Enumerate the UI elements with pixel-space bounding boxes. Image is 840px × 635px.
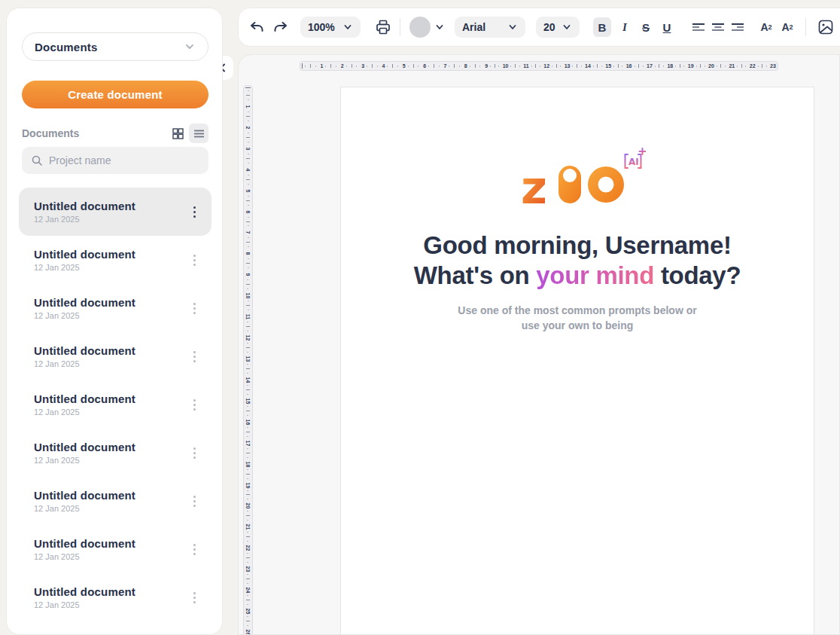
align-center-button[interactable] (709, 17, 727, 37)
subscript-button[interactable]: A2 (778, 17, 796, 37)
document-meta: Untitled document 12 Jan 2025 (34, 489, 186, 513)
document-list-item[interactable]: Untitled document 12 Jan 2025 (19, 477, 212, 525)
align-left-button[interactable] (689, 17, 708, 37)
document-date: 12 Jan 2025 (34, 456, 186, 465)
font-size-value: 20 (543, 21, 555, 33)
print-button[interactable] (374, 17, 392, 37)
horizontal-ruler: 1234567891011121314151617181920212223 (300, 61, 778, 71)
document-title: Untitled document (34, 585, 186, 598)
search-icon (31, 154, 43, 166)
workspace-dropdown-label: Documents (35, 41, 97, 53)
greeting-heading: Good morning, Username! What's on your m… (341, 230, 814, 291)
kebab-menu-icon[interactable] (186, 587, 202, 608)
italic-button[interactable]: I (616, 17, 634, 37)
kebab-menu-icon[interactable] (186, 298, 202, 319)
formatting-toolbar: 100% Arial 20 B I S U (238, 8, 840, 47)
underline-button[interactable]: U (658, 17, 676, 37)
list-view-icon[interactable] (189, 124, 208, 143)
document-title: Untitled document (34, 489, 186, 502)
document-list-item[interactable]: Untitled document 12 Jan 2025 (19, 380, 212, 429)
document-meta: Untitled document 12 Jan 2025 (34, 248, 186, 272)
document-list-item[interactable]: Untitled document 12 Jan 2025 (19, 525, 212, 573)
kebab-menu-icon[interactable] (186, 346, 202, 367)
document-meta: Untitled document 12 Jan 2025 (34, 441, 186, 465)
kebab-menu-icon[interactable] (186, 394, 202, 415)
sidebar: Documents Create document Documents Unti… (6, 8, 223, 635)
zio-logo: z AI (521, 160, 634, 209)
grid-view-icon[interactable] (168, 124, 187, 143)
undo-button[interactable] (248, 17, 266, 37)
svg-text:z: z (521, 161, 547, 209)
document-date: 12 Jan 2025 (34, 600, 186, 609)
document-title: Untitled document (34, 441, 186, 453)
document-meta: Untitled document 12 Jan 2025 (34, 344, 186, 368)
document-list-item[interactable]: Untitled document 12 Jan 2025 (19, 429, 212, 477)
document-title: Untitled document (34, 200, 186, 212)
document-list-item[interactable]: Untitled document 12 Jan 2025 (19, 573, 212, 621)
app-window: Documents Create document Documents Unti… (0, 0, 840, 635)
subtitle-line1: Use one of the most common prompts below… (341, 303, 814, 318)
zio-logo-mark: z (521, 160, 634, 209)
document-list-item[interactable]: Untitled document 12 Jan 2025 (19, 332, 212, 380)
greeting-highlight: your mind (536, 261, 654, 289)
document-list-item[interactable]: Untitled document 12 Jan 2025 (19, 284, 212, 332)
document-list: Untitled document 12 Jan 2025 Untitled d… (19, 188, 212, 621)
kebab-menu-icon[interactable] (186, 539, 202, 560)
align-right-button[interactable] (729, 17, 747, 37)
search-box (22, 147, 208, 174)
document-title: Untitled document (34, 392, 186, 405)
subscript-mark: 2 (790, 23, 793, 31)
ai-badge-icon: AI (622, 148, 646, 173)
greeting-subtitle: Use one of the most common prompts below… (341, 303, 814, 333)
font-family-value: Arial (462, 21, 485, 33)
document-page[interactable]: z AI (340, 87, 814, 635)
kebab-menu-icon[interactable] (186, 490, 202, 511)
font-size-select[interactable]: 20 (536, 17, 580, 38)
document-date: 12 Jan 2025 (34, 504, 186, 513)
document-meta: Untitled document 12 Jan 2025 (34, 296, 186, 320)
kebab-menu-icon[interactable] (186, 201, 202, 222)
documents-section-label: Documents (22, 127, 166, 139)
insert-image-button[interactable] (817, 17, 835, 37)
search-input[interactable] (49, 154, 192, 166)
subtitle-line2: use your own to being (341, 318, 814, 333)
document-date: 12 Jan 2025 (34, 311, 186, 320)
editor-canvas: 1234567891011121314151617181920212223 12… (238, 54, 840, 635)
superscript-base: A (760, 21, 768, 33)
zoom-value: 100% (308, 21, 335, 33)
greeting-line1: Good morning, Username! (341, 230, 814, 261)
zoom-select[interactable]: 100% (300, 17, 361, 38)
create-document-button[interactable]: Create document (22, 81, 208, 108)
strikethrough-button[interactable]: S (637, 17, 655, 37)
document-date: 12 Jan 2025 (34, 408, 186, 417)
document-title: Untitled document (34, 248, 186, 261)
text-color-swatch[interactable] (409, 17, 431, 38)
svg-text:AI: AI (628, 157, 639, 167)
document-date: 12 Jan 2025 (34, 359, 186, 368)
documents-section-header: Documents (22, 123, 208, 144)
superscript-button[interactable]: A2 (757, 17, 775, 37)
bold-button[interactable]: B (593, 17, 611, 37)
document-date: 12 Jan 2025 (34, 215, 186, 224)
document-list-item[interactable]: Untitled document 12 Jan 2025 (19, 188, 212, 236)
chevron-down-icon (184, 41, 196, 53)
superscript-mark: 2 (768, 23, 772, 31)
document-date: 12 Jan 2025 (34, 552, 186, 561)
document-date: 12 Jan 2025 (34, 263, 186, 272)
greeting-line2: What's on your mind today? (341, 261, 814, 291)
font-family-select[interactable]: Arial (455, 17, 525, 38)
document-meta: Untitled document 12 Jan 2025 (34, 537, 186, 561)
workspace-dropdown[interactable]: Documents (22, 32, 208, 61)
document-title: Untitled document (34, 537, 186, 550)
text-color-chevron-icon[interactable] (434, 17, 446, 37)
kebab-menu-icon[interactable] (186, 442, 202, 463)
kebab-menu-icon[interactable] (186, 249, 202, 270)
document-meta: Untitled document 12 Jan 2025 (34, 200, 186, 224)
subscript-base: A (781, 21, 789, 33)
document-meta: Untitled document 12 Jan 2025 (34, 392, 186, 417)
document-title: Untitled document (34, 296, 186, 309)
document-meta: Untitled document 12 Jan 2025 (34, 585, 186, 609)
vertical-ruler: 1234567891011121314151617181920212223242… (243, 85, 253, 635)
redo-button[interactable] (272, 17, 290, 37)
document-list-item[interactable]: Untitled document 12 Jan 2025 (19, 236, 212, 284)
